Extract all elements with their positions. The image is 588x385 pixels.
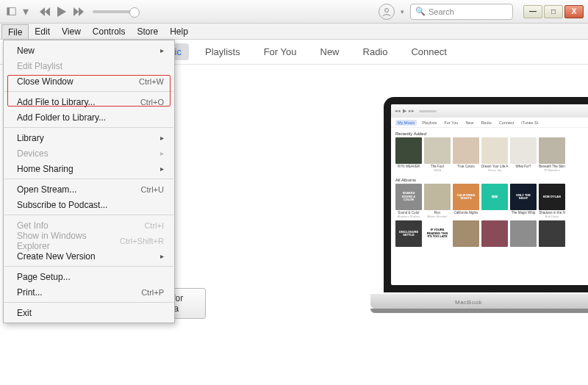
menu-item-label: Add Folder to Library... [17, 112, 106, 123]
menu-item-open-stream[interactable]: Open Stream...Ctrl+U [4, 181, 174, 197]
album-tile: Beneath The SkinOf Monsters [539, 137, 565, 172]
menu-item-subscribe-to-podcast[interactable]: Subscribe to Podcast... [4, 197, 174, 212]
menu-item-label: Exit [17, 308, 32, 318]
playback-controls [40, 7, 84, 17]
menu-bar: FileEditViewControlsStoreHelp [0, 24, 588, 40]
album-tile [453, 220, 479, 248]
title-bar: ▾ ▾ 🔍 Search — □ X [0, 0, 588, 24]
menu-item-label: Close Window [17, 76, 74, 87]
laptop-tab: Playlists [420, 120, 439, 126]
laptop-tab: For You [442, 120, 460, 126]
shortcut-label: Ctrl+O [140, 98, 164, 107]
menu-item-exit[interactable]: Exit [4, 305, 174, 320]
album-tile: 模糊 [481, 184, 508, 218]
laptop-tab: iTunes St [519, 120, 540, 126]
sidebar-toggle-icon[interactable] [4, 5, 18, 18]
menu-item-label: Devices [17, 148, 49, 159]
menu-item-new[interactable]: New [4, 43, 174, 58]
search-icon: 🔍 [415, 7, 426, 16]
volume-slider [419, 110, 437, 112]
menu-file[interactable]: File [1, 24, 29, 39]
shortcut-label: Ctrl+I [144, 221, 164, 230]
menu-item-label: Library [17, 133, 44, 143]
prev-icon[interactable] [40, 7, 50, 16]
menu-item-label: Get Info [17, 220, 49, 231]
menu-item-label: Print... [17, 287, 43, 298]
menu-item-show-in-windows-explorer: Show in Windows ExplorerCtrl+Shift+R [4, 233, 174, 248]
menu-item-label: Create New Version [17, 251, 96, 262]
laptop-toolbar: ◂◂ ▶ ▸▸ ≡ 🔍 [391, 104, 588, 118]
close-button[interactable]: X [564, 5, 584, 18]
album-tile: CALIFORNIA NIGHTSCalifornia Nights [453, 184, 479, 218]
window-controls: — □ X [523, 5, 584, 18]
maximize-button[interactable]: □ [544, 5, 563, 18]
menu-item-library[interactable]: Library [4, 130, 174, 145]
svg-point-7 [385, 8, 389, 12]
album-tile: What For? [510, 137, 537, 172]
menu-controls[interactable]: Controls [87, 24, 132, 39]
menu-edit[interactable]: Edit [29, 24, 56, 39]
album-tile [481, 220, 508, 248]
search-input[interactable]: 🔍 Search [410, 4, 513, 20]
album-tile: RunAlison Wonderl [424, 184, 451, 218]
shortcut-label: Ctrl+Shift+R [120, 237, 164, 245]
menu-item-home-sharing[interactable]: Home Sharing [4, 161, 174, 176]
menu-item-page-setup[interactable]: Page Setup... [4, 269, 174, 284]
menu-item-close-window[interactable]: Close WindowCtrl+W [4, 73, 174, 89]
file-menu-dropdown: NewEdit PlaylistClose WindowCtrl+WAdd Fi… [3, 40, 175, 323]
menu-item-label: Show in Windows Explorer [17, 231, 120, 251]
laptop-tab: Radio [478, 120, 493, 126]
laptop-tabs: My MusicPlaylistsFor YouNewRadioConnecti… [391, 118, 588, 128]
section-title: Recently Added [395, 132, 588, 136]
search-placeholder: Search [429, 7, 454, 16]
menu-item-create-new-version[interactable]: Create New Version [4, 248, 174, 264]
prev-icon: ◂◂ [395, 108, 401, 114]
minimize-button[interactable]: — [523, 5, 542, 18]
next-icon: ▸▸ [409, 108, 415, 114]
menu-item-add-folder-to-library[interactable]: Add Folder to Library... [4, 109, 174, 125]
album-tile: DISCLOSURE SETTLE [395, 220, 422, 248]
svg-marker-6 [79, 7, 84, 16]
menu-item-add-file-to-library[interactable]: Add File to Library...Ctrl+O [4, 94, 174, 109]
account-icon[interactable] [379, 4, 395, 20]
laptop-tab: New [463, 120, 476, 126]
svg-rect-1 [7, 8, 9, 15]
menu-view[interactable]: View [56, 24, 87, 39]
svg-marker-4 [57, 7, 66, 17]
menu-item-label: Home Sharing [17, 164, 74, 174]
menu-item-label: Page Setup... [17, 272, 71, 282]
album-tile: BOB DYLANShadows in the NBob Dylan [539, 184, 565, 218]
tab-new[interactable]: New [313, 43, 347, 60]
album-tile: The FoolZAZA [424, 137, 451, 172]
menu-item-print[interactable]: Print...Ctrl+P [4, 284, 174, 300]
svg-marker-5 [74, 7, 79, 16]
album-tile [510, 220, 537, 248]
section-title: All Albums [395, 178, 588, 182]
chevron-down-icon[interactable]: ▾ [401, 8, 404, 15]
tab-playlists[interactable]: Playlists [198, 43, 248, 60]
play-icon[interactable] [57, 7, 66, 17]
album-tile: ONLY THE NIGHTThe Magic Whip [510, 184, 537, 218]
tab-connect[interactable]: Connect [404, 43, 453, 60]
chevron-down-icon[interactable]: ▾ [19, 5, 32, 18]
svg-marker-2 [40, 7, 45, 16]
next-icon[interactable] [74, 7, 84, 16]
shortcut-label: Ctrl+U [141, 185, 164, 194]
menu-store[interactable]: Store [132, 24, 165, 39]
laptop-model-label: MacBook [455, 299, 482, 306]
album-tile [539, 220, 565, 248]
shortcut-label: Ctrl+P [141, 288, 164, 297]
laptop-tab: Connect [497, 120, 517, 126]
tab-for-you[interactable]: For You [257, 43, 304, 60]
play-icon: ▶ [403, 108, 406, 114]
svg-marker-3 [45, 7, 50, 16]
menu-item-label: Subscribe to Podcast... [17, 200, 107, 210]
tab-radio[interactable]: Radio [356, 43, 395, 60]
shortcut-label: Ctrl+W [139, 77, 164, 86]
album-tile: SHAKES SOUND & COLORSound & ColorAlabama… [395, 184, 422, 218]
album-tile: IF YOURE READING THIS ITS TOO LATE [424, 220, 451, 248]
menu-item-label: Add File to Library... [17, 97, 96, 107]
menu-help[interactable]: Help [164, 24, 194, 39]
volume-slider[interactable] [93, 10, 135, 13]
menu-item-devices: Devices [4, 145, 174, 161]
